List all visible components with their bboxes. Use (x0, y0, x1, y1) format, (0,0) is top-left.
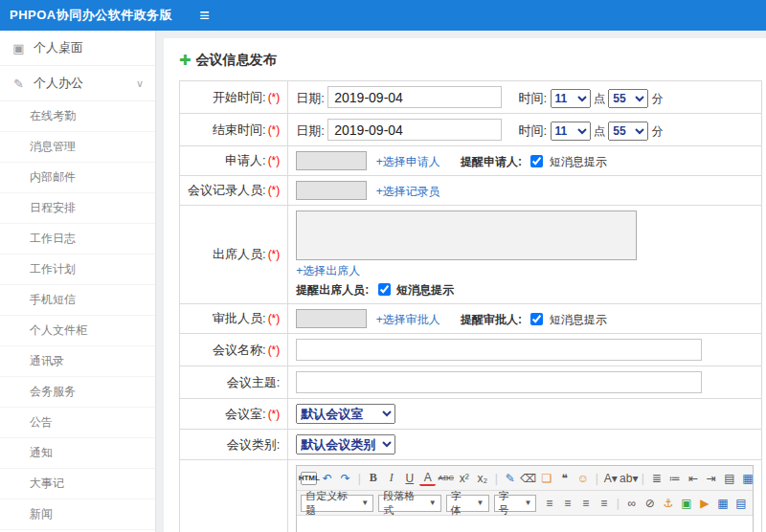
anchor-button[interactable]: ⚓ (660, 495, 676, 512)
hamburger-menu-icon[interactable]: ≡ (199, 7, 210, 24)
subscript-button[interactable]: x₂ (474, 470, 490, 487)
chevron-down-icon: ▼ (361, 499, 369, 507)
outdent-button[interactable]: ⇤ (685, 470, 701, 487)
bold-button[interactable]: B (365, 470, 381, 487)
align-justify-button[interactable]: ≡ (596, 495, 612, 512)
sidebar-item[interactable]: 通讯录 (0, 346, 155, 377)
sidebar-section-personal-office-label: 个人办公 (34, 75, 83, 92)
applicant-sms-checkbox[interactable] (530, 155, 543, 167)
undo-button[interactable]: ↶ (319, 470, 335, 487)
ordered-list-button[interactable]: ≣ (648, 470, 665, 487)
strikethrough-button[interactable]: ABC (438, 470, 454, 487)
align-right-button[interactable]: ≡ (577, 495, 594, 512)
unordered-list-button[interactable]: ≔ (666, 470, 683, 487)
toolbar-separator[interactable]: | (639, 470, 646, 487)
attendees-textarea[interactable] (296, 211, 637, 260)
sidebar-item[interactable]: 工作日志 (0, 224, 155, 255)
select-recorder-link[interactable]: +选择记录员 (376, 185, 440, 198)
recorder-input[interactable] (296, 181, 367, 200)
select-approver-link[interactable]: +选择审批人 (376, 313, 440, 326)
meeting-subject-input[interactable] (296, 371, 702, 393)
sidebar-item[interactable]: 日程安排 (0, 193, 155, 224)
align-center-button[interactable]: ≡ (559, 495, 575, 512)
end-minute-select[interactable]: 55 (608, 122, 648, 141)
approver-sms-checkbox[interactable] (530, 313, 543, 325)
eraser-button[interactable]: ⌫ (520, 470, 536, 487)
sidebar-item-desktop[interactable]: ▣ 个人桌面 (0, 31, 155, 66)
html-source-button[interactable]: HTML (301, 472, 317, 485)
sidebar-item[interactable]: 内部邮件 (0, 163, 155, 193)
italic-button[interactable]: I (383, 470, 399, 487)
sidebar-section-personal-office[interactable]: ✎ 个人办公 ∨ (0, 66, 155, 101)
meeting-type-select[interactable]: 默认会议类别 (296, 434, 395, 454)
table-button[interactable]: ▦ (714, 495, 731, 512)
indent-button[interactable]: ⇥ (703, 470, 719, 487)
calendar-button[interactable]: ▤ (732, 495, 749, 512)
link-button[interactable]: ∞ (623, 495, 640, 512)
start-date-input[interactable] (327, 86, 502, 108)
font-color-button[interactable]: A (419, 471, 436, 486)
form-row-meeting-subject: 会议主题: (180, 366, 762, 399)
unlink-button[interactable]: ⊘ (642, 495, 658, 512)
select-applicant-link[interactable]: +选择申请人 (376, 155, 440, 168)
meeting-subject-label: 会议主题: (227, 375, 281, 389)
image-button[interactable]: ▣ (678, 495, 694, 512)
start-hour-select[interactable]: 11 (551, 89, 591, 108)
text-color-button[interactable]: A▾ (602, 470, 619, 487)
attendees-label: 出席人员: (213, 247, 266, 261)
attendees-sms-checkbox[interactable] (378, 283, 391, 296)
font-size-select-label: 字号 (499, 489, 518, 518)
superscript-button[interactable]: x² (456, 470, 472, 487)
meeting-name-input[interactable] (296, 339, 702, 361)
paragraph-format-select-label: 段落格式 (383, 489, 422, 518)
redo-button[interactable]: ↷ (337, 470, 353, 487)
emoticon-button[interactable]: ☺ (574, 470, 591, 487)
sidebar-submenu-personal-office: 在线考勤消息管理内部邮件日程安排工作日志工作计划手机短信个人文件柜通讯录会务服务… (0, 101, 155, 532)
sidebar-item[interactable]: 新闻 (0, 499, 155, 530)
approver-input[interactable] (296, 309, 367, 328)
blockquote-button[interactable]: ❝ (556, 470, 573, 487)
start-minute-select[interactable]: 55 (608, 89, 648, 108)
paragraph-format-select[interactable]: 段落格式 ▼ (378, 495, 441, 512)
sidebar-item[interactable]: 个人文件柜 (0, 316, 155, 346)
remind-approver-label: 提醒审批人: (461, 313, 522, 326)
font-family-select[interactable]: 字体 ▼ (446, 495, 489, 512)
topbar: PHPOA协同办公软件政务版 ≡ (0, 0, 766, 31)
toolbar-separator[interactable]: | (492, 470, 500, 487)
align-left-button[interactable]: ≡ (541, 495, 557, 512)
toolbar-separator[interactable]: | (355, 470, 363, 487)
font-size-select[interactable]: 字号 ▼ (494, 495, 537, 512)
pencil-button[interactable]: ✎ (502, 470, 518, 487)
sidebar-item[interactable]: 大事记 (0, 469, 155, 499)
end-hour-select[interactable]: 11 (551, 122, 591, 141)
insert-image-button[interactable]: ▦ (739, 470, 755, 487)
toolbar-separator[interactable]: | (593, 470, 600, 487)
sidebar-item[interactable]: 在线考勤 (0, 101, 155, 132)
sidebar-item[interactable]: 通知 (0, 438, 155, 469)
form-row-start-time: 开始时间:(*) 日期: 时间: 11 点 55 分 (180, 81, 762, 114)
new-page-button[interactable]: ▤ (721, 470, 737, 487)
sidebar-item[interactable]: 手机短信 (0, 285, 155, 316)
media-button[interactable]: ▶ (696, 495, 712, 512)
custom-title-select-label: 自定义标题 (305, 489, 354, 518)
select-attendees-link[interactable]: +选择出席人 (296, 264, 360, 277)
hour-unit-label: 点 (594, 124, 605, 138)
sidebar-item[interactable]: 公告 (0, 408, 155, 438)
toolbar-separator[interactable]: | (614, 495, 621, 512)
format-painter-button[interactable]: ❏ (538, 470, 554, 487)
main-area: ✚ 会议信息发布 开始时间:(*) 日期: 时间: 11 点 55 分 (156, 31, 766, 532)
date-label: 日期: (296, 123, 325, 138)
highlight-color-button[interactable]: ab▾ (620, 470, 637, 487)
custom-title-select[interactable]: 自定义标题 ▼ (301, 495, 373, 512)
applicant-input[interactable] (296, 151, 367, 170)
end-date-input[interactable] (327, 119, 502, 141)
editor-content-area[interactable] (297, 516, 753, 532)
form-row-attendees: 出席人员:(*) +选择出席人 提醒出席人员: 短消息提示 (180, 206, 762, 304)
meeting-name-label: 会议名称: (213, 343, 266, 357)
meeting-room-select[interactable]: 默认会议室 (296, 404, 395, 424)
sidebar-item[interactable]: 消息管理 (0, 132, 155, 163)
sidebar-item[interactable]: 工作计划 (0, 255, 155, 285)
minute-unit-label: 分 (652, 124, 664, 138)
underline-button[interactable]: U (401, 470, 417, 487)
sidebar-item[interactable]: 会务服务 (0, 377, 155, 408)
